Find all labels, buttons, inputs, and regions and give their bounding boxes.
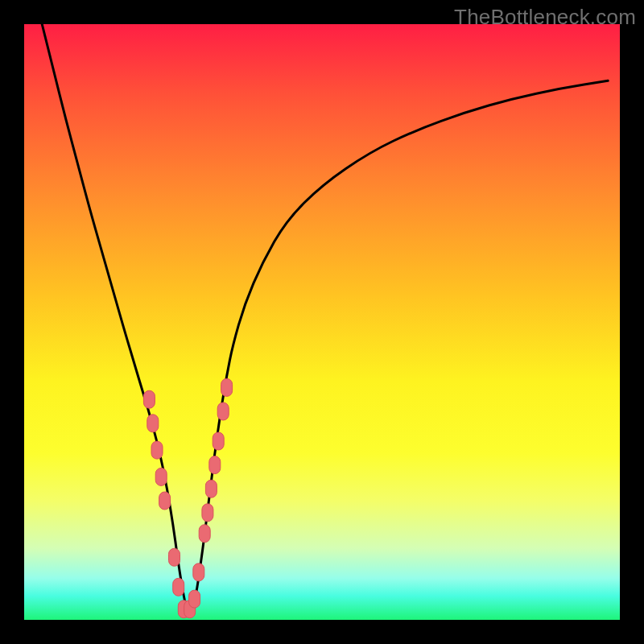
chart-frame: TheBottleneck.com [0,0,644,644]
marker-dot [151,441,163,459]
highlighted-points [143,378,232,617]
marker-dot [147,415,159,432]
plot-overlay [24,24,620,620]
marker-dot [199,525,210,543]
curve-path [42,24,608,614]
marker-dot [155,468,167,485]
marker-dot [189,590,200,608]
marker-dot [221,378,233,396]
marker-dot [217,402,229,420]
marker-dot [159,492,171,510]
marker-dot [169,548,180,566]
marker-dot [205,480,217,497]
bottleneck-curve [42,24,608,614]
watermark-text: TheBottleneck.com [454,5,636,30]
marker-dot [173,578,184,596]
marker-dot [193,564,204,581]
marker-dot [213,432,224,450]
marker-dot [209,456,221,474]
marker-dot [202,504,213,522]
marker-dot [143,390,155,408]
